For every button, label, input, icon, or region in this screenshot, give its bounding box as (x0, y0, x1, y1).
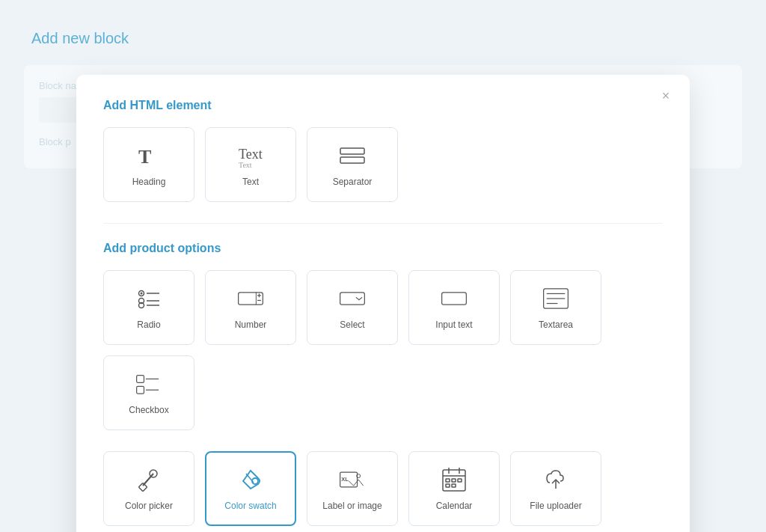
input-text-icon (441, 285, 468, 312)
html-section-title: Add HTML element (103, 99, 663, 112)
svg-rect-41 (446, 484, 450, 487)
calendar-icon (441, 466, 468, 493)
card-heading[interactable]: T Heading (103, 127, 194, 202)
card-color-swatch-label: Color swatch (224, 501, 276, 511)
card-number[interactable]: Number (205, 270, 296, 345)
color-picker-icon (135, 466, 162, 493)
card-label-or-image-label: Label or image (322, 501, 382, 511)
file-uploader-icon (542, 466, 569, 493)
section-divider (103, 223, 663, 224)
svg-rect-38 (446, 479, 450, 482)
svg-text:XL: XL (341, 476, 349, 483)
card-label-or-image[interactable]: XL Label or image (307, 451, 398, 526)
card-text-label: Text (242, 177, 259, 187)
product-section-title: Add product options (103, 242, 663, 255)
modal-dialog: × Add HTML element T Heading (76, 75, 690, 532)
card-heading-label: Heading (132, 177, 166, 187)
card-textarea[interactable]: Textarea (510, 270, 601, 345)
svg-rect-18 (442, 293, 467, 305)
card-file-uploader[interactable]: File uploader (510, 451, 601, 526)
card-select[interactable]: Select (307, 270, 398, 345)
html-elements-grid: T Heading Text Text Text (103, 127, 663, 202)
card-separator[interactable]: Separator (307, 127, 398, 202)
svg-rect-28 (138, 483, 147, 491)
close-button[interactable]: × (657, 87, 675, 105)
card-color-swatch[interactable]: Color swatch (205, 451, 296, 526)
card-checkbox[interactable]: Checkbox (103, 355, 194, 430)
svg-text:Text: Text (239, 147, 263, 162)
card-select-label: Select (340, 319, 364, 330)
card-checkbox-label: Checkbox (129, 405, 168, 415)
product-options-row2: Color picker Color swatch (103, 451, 663, 532)
svg-rect-25 (137, 386, 144, 394)
label-or-image-icon: XL (339, 466, 366, 493)
card-input-text-label: Input text (435, 319, 472, 330)
product-options-row1: Radio Number (103, 270, 663, 430)
checkbox-icon (135, 370, 162, 397)
svg-text:Text: Text (239, 161, 252, 169)
card-calendar[interactable]: Calendar (408, 451, 500, 526)
card-input-text[interactable]: Input text (408, 270, 500, 345)
heading-icon: T (135, 142, 162, 169)
svg-rect-42 (452, 484, 456, 487)
svg-rect-40 (458, 479, 462, 482)
card-separator-label: Separator (333, 177, 373, 187)
card-color-picker-label: Color picker (125, 501, 173, 511)
number-icon (237, 285, 264, 312)
textarea-icon (542, 285, 569, 312)
page-background: Add new block Block name Block p × Add H… (24, 30, 742, 494)
card-calendar-label: Calendar (436, 501, 473, 511)
svg-rect-4 (340, 157, 364, 163)
svg-rect-3 (340, 148, 364, 154)
select-icon (339, 285, 366, 312)
separator-icon (339, 142, 366, 169)
card-color-picker[interactable]: Color picker (103, 451, 194, 526)
svg-rect-23 (137, 376, 144, 383)
card-number-label: Number (235, 319, 267, 330)
card-radio[interactable]: Radio (103, 270, 194, 345)
text-icon: Text Text (237, 142, 264, 169)
svg-text:T: T (138, 146, 151, 168)
svg-point-6 (141, 293, 143, 295)
card-text[interactable]: Text Text Text (205, 127, 296, 202)
radio-icon (135, 285, 162, 312)
card-file-uploader-label: File uploader (530, 501, 581, 511)
card-textarea-label: Textarea (539, 319, 573, 330)
svg-rect-39 (452, 479, 456, 482)
color-swatch-icon (237, 466, 264, 493)
card-radio-label: Radio (137, 319, 160, 330)
modal-overlay: × Add HTML element T Heading (24, 30, 742, 494)
